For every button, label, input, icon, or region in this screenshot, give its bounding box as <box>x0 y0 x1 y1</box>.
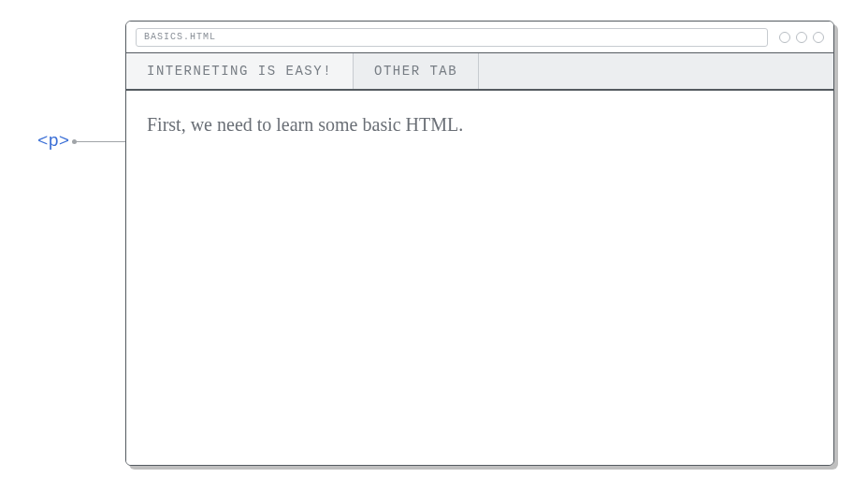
window-close-icon[interactable] <box>813 32 824 43</box>
page-content: First, we need to learn some basic HTML. <box>126 91 833 465</box>
annotation-callout: <p> <box>37 131 138 152</box>
tab-other[interactable]: OTHER TAB <box>354 53 479 89</box>
window-maximize-icon[interactable] <box>796 32 807 43</box>
window-minimize-icon[interactable] <box>779 32 790 43</box>
tab-label: OTHER TAB <box>374 64 457 79</box>
browser-titlebar: BASICS.HTML <box>126 22 833 53</box>
url-text: BASICS.HTML <box>144 32 216 42</box>
tab-interneting-is-easy[interactable]: INTERNETING IS EASY! <box>126 53 354 89</box>
tab-bar: INTERNETING IS EASY! OTHER TAB <box>126 53 833 91</box>
browser-window: BASICS.HTML INTERNETING IS EASY! OTHER T… <box>125 21 834 466</box>
window-controls <box>775 32 824 43</box>
tab-label: INTERNETING IS EASY! <box>147 64 332 79</box>
url-field[interactable]: BASICS.HTML <box>136 28 768 47</box>
annotation-tag-label: <p> <box>37 131 69 152</box>
body-paragraph: First, we need to learn some basic HTML. <box>147 111 813 137</box>
